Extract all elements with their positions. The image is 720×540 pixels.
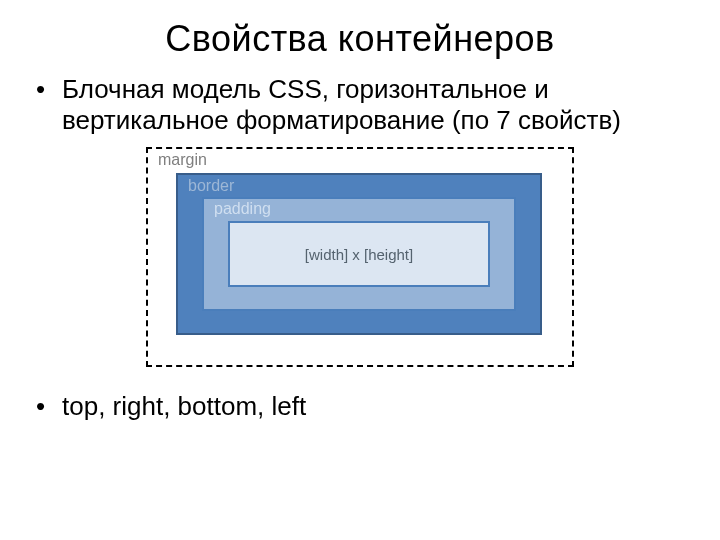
slide: Свойства контейнеров Блочная модель CSS,… [0,18,720,540]
bullet-list-2: top, right, bottom, left [36,391,720,422]
slide-title: Свойства контейнеров [0,18,720,60]
margin-box: margin border padding [width] x [height] [146,147,574,367]
box-model-diagram: margin border padding [width] x [height] [0,147,720,367]
padding-label: padding [214,200,271,218]
bullet-item-1: Блочная модель CSS, горизонтальное и вер… [36,74,720,135]
bullet-list-1: Блочная модель CSS, горизонтальное и вер… [36,74,720,135]
border-box: border padding [width] x [height] [176,173,542,335]
margin-label: margin [158,151,207,169]
bullet-item-2: top, right, bottom, left [36,391,720,422]
padding-box: padding [width] x [height] [202,197,516,311]
content-box: [width] x [height] [228,221,490,287]
border-label: border [188,177,234,195]
content-label: [width] x [height] [305,246,413,263]
